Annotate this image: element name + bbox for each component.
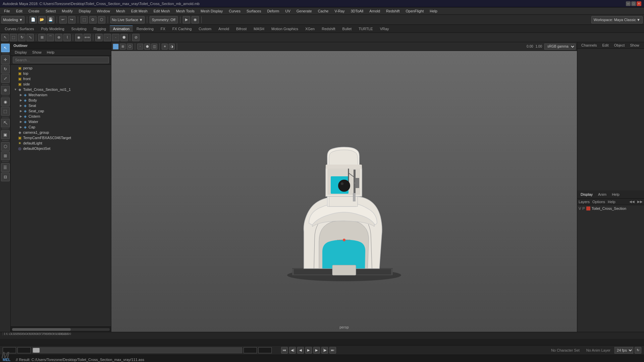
- menu-item-help[interactable]: Help: [427, 8, 440, 14]
- redo-icon[interactable]: ↪: [68, 16, 75, 23]
- tree-item-body[interactable]: ▶◈Body: [11, 98, 111, 103]
- texture-btn[interactable]: ◫: [151, 44, 157, 50]
- workspace-btn[interactable]: Workspace: Maya Classic ▼: [591, 16, 643, 23]
- mode-tab-vray[interactable]: VRay: [377, 26, 392, 32]
- prev-keyframe-btn[interactable]: ◀|: [289, 347, 296, 354]
- ipr-icon[interactable]: ◉: [192, 16, 199, 23]
- tree-item-front[interactable]: ▣front: [11, 76, 111, 81]
- lasso-select[interactable]: ⬚: [1, 107, 10, 116]
- menu-item-redshift[interactable]: Redshift: [383, 8, 402, 14]
- node-editor-icon[interactable]: ⊞: [1, 152, 10, 160]
- select-tool[interactable]: ↖: [1, 44, 10, 52]
- tree-item-cap[interactable]: ▶◈Cap: [11, 124, 111, 130]
- tree-item-defaultlight[interactable]: ☀defaultLight: [11, 140, 111, 146]
- tree-item-side[interactable]: ▣side: [11, 81, 111, 87]
- universal-manipulator[interactable]: ⊕: [1, 86, 10, 95]
- shading-btn[interactable]: ⬡: [127, 44, 133, 50]
- horizontal-scrollbar[interactable]: [12, 328, 110, 331]
- prev-frame-btn[interactable]: ◀: [297, 347, 304, 354]
- menu-item-file[interactable]: File: [1, 8, 13, 14]
- grid-btn[interactable]: ⊞: [120, 44, 126, 50]
- menu-item-edit-mesh[interactable]: Edit Mesh: [151, 8, 173, 14]
- tree-item-mechanism[interactable]: ▶◈Mechanism: [11, 92, 111, 98]
- tree-item-top[interactable]: ▣top: [11, 71, 111, 76]
- mode-tab-mash[interactable]: MASH: [250, 26, 268, 32]
- menu-item-deform[interactable]: Deform: [264, 8, 282, 14]
- tree-item-water[interactable]: ▶◈Water: [11, 119, 111, 124]
- mode-tab-turtle[interactable]: TURTLE: [355, 26, 376, 32]
- show-tab[interactable]: Show: [627, 42, 642, 48]
- perspective-view-btn[interactable]: ⬚: [113, 44, 119, 50]
- smooth-btn[interactable]: ⬟: [144, 44, 150, 50]
- mode-tab-xgen[interactable]: XGen: [302, 26, 318, 32]
- outliner-tab-help[interactable]: Help: [44, 49, 57, 55]
- render-region[interactable]: ▣: [1, 130, 10, 139]
- tree-item-tempcam[interactable]: ▣TempCamFBXASC046Target: [11, 135, 111, 140]
- viewport-canvas[interactable]: persp: [111, 51, 577, 332]
- mode-tab-curves-/-surfaces[interactable]: Curves / Surfaces: [1, 26, 37, 32]
- skip-to-start-btn[interactable]: ⏮: [281, 347, 288, 354]
- tree-item-cistern[interactable]: ▶◈Cistern: [11, 114, 111, 119]
- end-frame-input[interactable]: 200: [258, 347, 272, 353]
- loop-btn[interactable]: ↻: [635, 347, 641, 354]
- wireframe-btn[interactable]: ⬝: [137, 44, 143, 50]
- outliner-tab-show[interactable]: Show: [30, 49, 44, 55]
- symmetry-btn[interactable]: Symmetry: Off: [150, 16, 178, 23]
- menu-item-select[interactable]: Select: [43, 8, 59, 14]
- scale-tool[interactable]: ⤢: [1, 74, 10, 83]
- display-tab[interactable]: Display: [579, 192, 595, 197]
- close-button[interactable]: ✕: [637, 1, 641, 6]
- edit-tab[interactable]: Edit: [599, 42, 611, 48]
- mode-tab-arnold[interactable]: Arnold: [215, 26, 232, 32]
- live-surface-dropdown[interactable]: No Live Surface ▼: [110, 16, 145, 23]
- tree-item-camera1_group[interactable]: ◆camera1_group: [11, 130, 111, 135]
- menu-item-surfaces[interactable]: Surfaces: [244, 8, 264, 14]
- search-input[interactable]: [13, 57, 109, 63]
- layers-help-tab[interactable]: Help: [608, 200, 615, 204]
- isolate-icon[interactable]: ⊘: [132, 34, 140, 41]
- layers-tab[interactable]: Layers: [579, 200, 590, 204]
- menu-item-uv[interactable]: UV: [282, 8, 293, 14]
- menu-item-generate[interactable]: Generate: [294, 8, 315, 14]
- maximize-button[interactable]: □: [631, 1, 636, 6]
- menu-item-display[interactable]: Display: [76, 8, 94, 14]
- menu-item-mesh-display[interactable]: Mesh Display: [198, 8, 225, 14]
- move-tool-icon[interactable]: ↖: [1, 34, 9, 41]
- options-tab[interactable]: Options: [592, 200, 605, 204]
- menu-item-openflight[interactable]: OpenFlight: [403, 8, 426, 14]
- open-file-icon[interactable]: 📂: [38, 16, 46, 23]
- gamma-select[interactable]: sRGB gamma: [544, 44, 576, 50]
- menu-item-mesh-tools[interactable]: Mesh Tools: [173, 8, 197, 14]
- edge-mode-icon[interactable]: ⬞: [112, 34, 119, 41]
- channels-tab[interactable]: Channels: [579, 42, 599, 48]
- range-bar[interactable]: [32, 347, 242, 353]
- mode-tab-redshift[interactable]: Redshift: [318, 26, 338, 32]
- menu-item-3dtoall[interactable]: 3DToAll: [348, 8, 366, 14]
- snap-grid-icon[interactable]: ⊞: [38, 34, 46, 41]
- timeline-bar[interactable]: [0, 339, 644, 345]
- mode-tab-motion-graphics[interactable]: Motion Graphics: [268, 26, 302, 32]
- mode-dropdown[interactable]: Modeling ▼: [1, 16, 24, 23]
- layer-nav-next[interactable]: ▶▶: [637, 200, 643, 204]
- skip-to-end-btn[interactable]: ⏭: [329, 347, 336, 354]
- select-icon[interactable]: ⬚: [80, 16, 88, 23]
- menu-item-window[interactable]: Window: [94, 8, 113, 14]
- mode-tab-custom[interactable]: Custom: [195, 26, 215, 32]
- mode-tab-sculpting[interactable]: Sculpting: [68, 26, 90, 32]
- layer-nav-prev[interactable]: ◀◀: [629, 200, 635, 204]
- next-keyframe-btn[interactable]: |▶: [321, 347, 328, 354]
- snap-surface-icon[interactable]: ⌇: [63, 34, 71, 41]
- range-end-input[interactable]: 120: [244, 347, 257, 353]
- lasso-icon[interactable]: ⊙: [89, 16, 97, 23]
- soft-select-side[interactable]: ◉: [1, 98, 10, 106]
- tree-item-persp[interactable]: ▣persp: [11, 65, 111, 71]
- help-tab[interactable]: Help: [610, 192, 622, 197]
- timeline-ruler[interactable]: 1510152025303540455055606570758085909510…: [0, 332, 644, 339]
- layer-v-btn[interactable]: V: [579, 206, 581, 210]
- vertex-mode-icon[interactable]: ⬝: [104, 34, 111, 41]
- object-tab[interactable]: Object: [611, 42, 627, 48]
- render-icon[interactable]: ▶: [183, 16, 190, 23]
- mode-tab-animation[interactable]: Animation: [110, 25, 133, 32]
- select-tool-icon[interactable]: ⬚: [10, 34, 17, 41]
- menu-item-mesh[interactable]: Mesh: [113, 8, 128, 14]
